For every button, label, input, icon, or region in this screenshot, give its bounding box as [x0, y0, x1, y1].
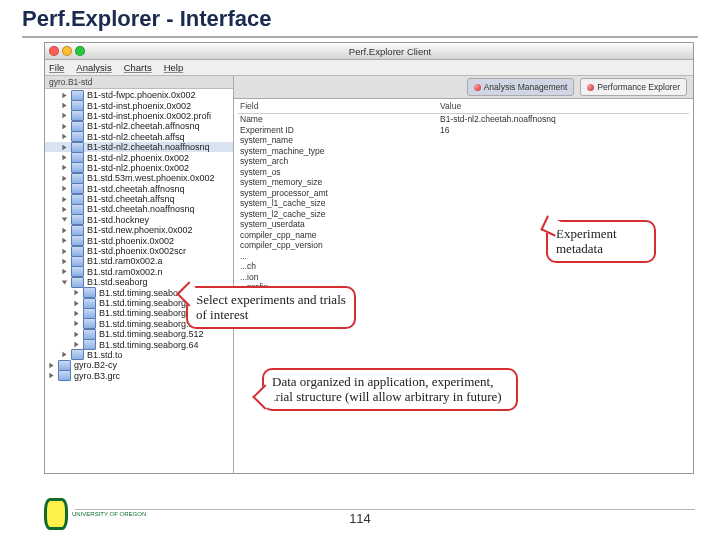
metadata-row[interactable]: system_l2_cache_size	[238, 209, 689, 220]
disclosure-icon[interactable]	[73, 341, 80, 348]
meta-value	[440, 135, 689, 146]
tab-label: Analysis Management	[484, 82, 568, 92]
metadata-row[interactable]: Experiment ID16	[238, 125, 689, 136]
tree-item[interactable]: gyro.B3.grc	[45, 371, 233, 381]
tree-item[interactable]: B1.std.ram0x002.a	[45, 256, 233, 266]
tree-item[interactable]: B1-std.phoenix.0x002	[45, 235, 233, 245]
tree-item[interactable]: B1-std-nl2.cheetah.affnosnq	[45, 121, 233, 131]
tab-analysis-management[interactable]: Analysis Management	[467, 78, 575, 96]
disclosure-icon[interactable]	[73, 289, 80, 296]
disclosure-icon[interactable]	[61, 237, 68, 244]
tree-header: gyro.B1-std	[45, 76, 233, 89]
folder-icon	[83, 287, 96, 298]
folder-icon	[71, 256, 84, 267]
metadata-row[interactable]: system_processor_amt	[238, 188, 689, 199]
tree-item[interactable]: B1.std.to	[45, 350, 233, 360]
disclosure-icon[interactable]	[61, 164, 68, 171]
tree-item[interactable]: B1.std.ram0x002.n	[45, 267, 233, 277]
callout-experiment-metadata: Experiment metadata	[546, 220, 656, 263]
disclosure-icon[interactable]	[73, 310, 80, 317]
disclosure-icon[interactable]	[61, 206, 68, 213]
disclosure-icon[interactable]	[61, 185, 68, 192]
disclosure-icon[interactable]	[61, 227, 68, 234]
metadata-row[interactable]: system_machine_type	[238, 146, 689, 157]
tree-label: B1.std.timing.seaborg.512	[99, 329, 204, 339]
menu-charts[interactable]: Charts	[124, 62, 152, 73]
tree-item[interactable]: B1-std.cheetah.affnosnq	[45, 184, 233, 194]
meta-field: compiler_cpp_name	[238, 230, 440, 241]
meta-field: system_os	[238, 167, 440, 178]
folder-icon	[71, 173, 84, 184]
tree-item[interactable]: B1-std.hockney	[45, 215, 233, 225]
zoom-icon[interactable]	[75, 46, 85, 56]
meta-field: system_machine_type	[238, 146, 440, 157]
callout-select-experiments: Select experiments and trials of interes…	[186, 286, 356, 329]
tree-item[interactable]: B1-std-nl2.phoenix.0x002	[45, 163, 233, 173]
disclosure-icon[interactable]	[61, 123, 68, 130]
tree-item[interactable]: B1.std.53m.west.phoenix.0x002	[45, 173, 233, 183]
disclosure-icon[interactable]	[61, 92, 68, 99]
tree-pane[interactable]: gyro.B1-std B1-std-fwpc.phoenix.0x002B1-…	[45, 76, 234, 473]
tree-item[interactable]: B1-std-inst.phoenix.0x002	[45, 100, 233, 110]
disclosure-icon[interactable]	[73, 320, 80, 327]
app-body: gyro.B1-std B1-std-fwpc.phoenix.0x002B1-…	[45, 76, 693, 473]
disclosure-icon[interactable]	[61, 248, 68, 255]
disclosure-icon[interactable]	[61, 216, 68, 223]
tree-item[interactable]: B1-std-nl2.cheetah.affsq	[45, 132, 233, 142]
tree-item[interactable]: B1-std-fwpc.phoenix.0x002	[45, 90, 233, 100]
tree-label: B1-std.cheetah.affsnq	[87, 194, 174, 204]
tree-item[interactable]: B1-std.phoenix.0x002scr	[45, 246, 233, 256]
disclosure-icon[interactable]	[61, 154, 68, 161]
metadata-row[interactable]: ...ion	[238, 272, 689, 283]
disclosure-icon[interactable]	[61, 144, 68, 151]
menu-analysis[interactable]: Analysis	[76, 62, 111, 73]
tree-label: B1.std.seaborg	[87, 277, 148, 287]
meta-value: B1-std-nl2.cheetah.noaffnosnq	[440, 114, 689, 125]
disclosure-icon[interactable]	[61, 268, 68, 275]
disclosure-icon[interactable]	[61, 279, 68, 286]
disclosure-icon[interactable]	[61, 351, 68, 358]
tab-performance-explorer[interactable]: Performance Explorer	[580, 78, 687, 96]
tree-list[interactable]: B1-std-fwpc.phoenix.0x002B1-std-inst.pho…	[45, 89, 233, 382]
metadata-row[interactable]: system_arch	[238, 156, 689, 167]
tree-item[interactable]: B1.std.timing.seaborg.512	[45, 329, 233, 339]
meta-field: system_l1_cache_size	[238, 198, 440, 209]
disclosure-icon[interactable]	[61, 175, 68, 182]
tree-item[interactable]: B1-std.cheetah.affsnq	[45, 194, 233, 204]
disclosure-icon[interactable]	[73, 300, 80, 307]
menu-file[interactable]: File	[49, 62, 64, 73]
tree-item[interactable]: B1.std.timing.seaborg.64	[45, 339, 233, 349]
disclosure-icon[interactable]	[61, 258, 68, 265]
disclosure-icon[interactable]	[61, 196, 68, 203]
folder-icon	[58, 360, 71, 371]
tree-item[interactable]: gyro.B2-cy	[45, 360, 233, 370]
metadata-row[interactable]: NameB1-std-nl2.cheetah.noaffnosnq	[238, 114, 689, 125]
close-icon[interactable]	[49, 46, 59, 56]
disclosure-icon[interactable]	[48, 372, 55, 379]
titlebar: Perf.Explorer Client	[45, 43, 693, 60]
disclosure-icon[interactable]	[61, 102, 68, 109]
tree-label: B1-std.hockney	[87, 215, 149, 225]
disclosure-icon[interactable]	[73, 331, 80, 338]
tree-item[interactable]: B1-std.new.phoenix.0x002	[45, 225, 233, 235]
meta-field: Experiment ID	[238, 125, 440, 136]
menu-help[interactable]: Help	[164, 62, 184, 73]
minimize-icon[interactable]	[62, 46, 72, 56]
meta-field: system_arch	[238, 156, 440, 167]
metadata-row[interactable]: system_l1_cache_size	[238, 198, 689, 209]
tree-item[interactable]: B1-std.cheetah.noaffnosnq	[45, 204, 233, 214]
disclosure-icon[interactable]	[48, 362, 55, 369]
metadata-row[interactable]: system_memory_size	[238, 177, 689, 188]
disclosure-icon[interactable]	[61, 133, 68, 140]
col-field: Field	[238, 101, 440, 113]
tree-item[interactable]: B1-std-nl2.phoenix.0x002	[45, 152, 233, 162]
tab-bar: Analysis Management Performance Explorer	[234, 76, 693, 99]
tree-item[interactable]: B1-std-inst.phoenix.0x002.profi	[45, 111, 233, 121]
folder-icon	[71, 142, 84, 153]
tree-label: B1-std-nl2.phoenix.0x002	[87, 163, 189, 173]
metadata-row[interactable]: system_name	[238, 135, 689, 146]
metadata-row[interactable]: system_os	[238, 167, 689, 178]
tree-item[interactable]: B1-std-nl2.cheetah.noaffnosnq	[45, 142, 233, 152]
meta-value	[440, 167, 689, 178]
disclosure-icon[interactable]	[61, 112, 68, 119]
